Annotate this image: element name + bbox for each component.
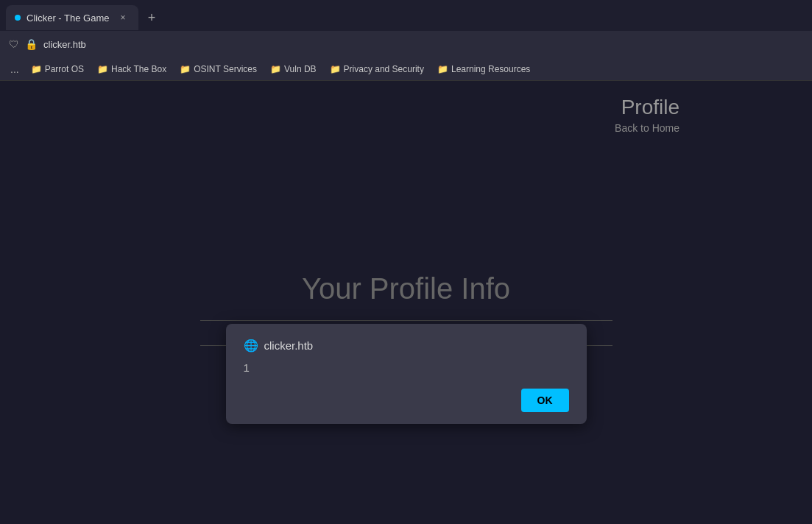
tab-close-button[interactable]: × — [116, 11, 130, 24]
url-display[interactable]: clicker.htb — [43, 39, 86, 50]
popup-footer: OK — [244, 389, 569, 412]
bookmark-vuln-db[interactable]: 📁 Vuln DB — [264, 62, 322, 77]
folder-icon: 📁 — [31, 64, 42, 74]
profile-popup: 🌐 clicker.htb 1 OK — [226, 324, 587, 424]
folder-icon: 📁 — [97, 64, 108, 74]
bookmark-label: Vuln DB — [284, 64, 317, 74]
active-tab[interactable]: Clicker - The Game × — [6, 5, 138, 30]
popup-domain: clicker.htb — [264, 339, 314, 352]
bookmark-label: Parrot OS — [45, 64, 84, 74]
more-bookmarks-button[interactable]: ... — [6, 61, 24, 77]
folder-icon: 📁 — [180, 64, 191, 74]
bookmarks-bar: ... 📁 Parrot OS 📁 Hack The Box 📁 OSINT S… — [0, 57, 812, 81]
page-header: Profile Back to Home — [0, 96, 812, 134]
bookmark-label: Learning Resources — [451, 64, 530, 74]
bookmark-label: Hack The Box — [111, 64, 166, 74]
bookmark-osint-services[interactable]: 📁 OSINT Services — [174, 62, 263, 77]
bookmark-learning-resources[interactable]: 📁 Learning Resources — [431, 62, 536, 77]
popup-header: 🌐 clicker.htb — [244, 339, 569, 353]
folder-icon: 📁 — [437, 64, 448, 74]
shield-icon: 🛡 — [9, 38, 19, 50]
tab-bar: Clicker - The Game × + — [0, 0, 812, 31]
bookmark-privacy-and-security[interactable]: 📁 Privacy and Security — [324, 62, 430, 77]
page-title: Profile — [621, 96, 679, 119]
bookmark-hack-the-box[interactable]: 📁 Hack The Box — [91, 62, 172, 77]
new-tab-button[interactable]: + — [141, 7, 162, 28]
browser-chrome: Clicker - The Game × + 🛡 🔒 clicker.htb .… — [0, 0, 812, 81]
lock-icon: 🔒 — [25, 38, 38, 50]
bookmark-label: Privacy and Security — [344, 64, 424, 74]
folder-icon: 📁 — [330, 64, 341, 74]
address-bar: 🛡 🔒 clicker.htb — [0, 31, 812, 57]
page-content: Profile Back to Home Your Profile Info N… — [0, 81, 812, 524]
profile-info-heading: Your Profile Info — [302, 272, 510, 305]
globe-icon: 🌐 — [244, 339, 258, 353]
back-to-home-link[interactable]: Back to Home — [615, 122, 679, 134]
tab-title: Clicker - The Game — [27, 13, 110, 24]
bookmark-label: OSINT Services — [194, 64, 257, 74]
popup-value: 1 — [244, 361, 569, 374]
tab-active-indicator — [15, 15, 21, 21]
ok-button[interactable]: OK — [521, 389, 569, 412]
bookmark-parrot-os[interactable]: 📁 Parrot OS — [25, 62, 90, 77]
folder-icon: 📁 — [270, 64, 281, 74]
